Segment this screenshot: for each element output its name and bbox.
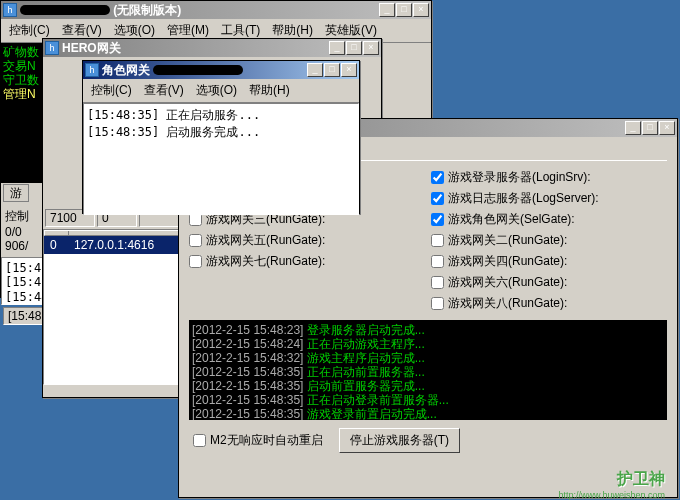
close-button[interactable]: ×	[413, 3, 429, 17]
app-icon: h	[3, 3, 17, 17]
check-login-srv[interactable]	[431, 171, 444, 184]
close-button[interactable]: ×	[341, 63, 357, 77]
watermark-url: http://www.huweishen.com	[558, 490, 665, 500]
role-gate-window[interactable]: h 角色网关 _ □ × 控制(C) 查看(V) 选项(O) 帮助(H) [15…	[82, 60, 360, 214]
minimize-button[interactable]: _	[307, 63, 323, 77]
menu-view[interactable]: 查看(V)	[138, 80, 190, 101]
close-button[interactable]: ×	[659, 121, 675, 135]
menu-control[interactable]: 控制(C)	[85, 80, 138, 101]
menu-options[interactable]: 选项(O)	[190, 80, 243, 101]
check-log-server[interactable]	[431, 192, 444, 205]
menubar: 控制(C) 查看(V) 选项(O) 帮助(H)	[83, 79, 359, 103]
titlebar[interactable]: h (无限制版本) _ □ ×	[1, 1, 431, 19]
check-rungate6[interactable]	[431, 276, 444, 289]
menu-help[interactable]: 帮助(H)	[243, 80, 296, 101]
window-title: 角色网关	[102, 62, 307, 79]
check-rungate4[interactable]	[431, 255, 444, 268]
titlebar[interactable]: h 角色网关 _ □ ×	[83, 61, 359, 79]
tab-game[interactable]: 游	[3, 184, 29, 202]
maximize-button[interactable]: □	[346, 41, 362, 55]
stop-server-button[interactable]: 停止游戏服务器(T)	[339, 428, 460, 453]
watermark-logo: 护卫神	[617, 469, 665, 490]
app-icon: h	[45, 41, 59, 55]
maximize-button[interactable]: □	[642, 121, 658, 135]
maximize-button[interactable]: □	[396, 3, 412, 17]
window-title: HERO网关	[62, 40, 329, 57]
minimize-button[interactable]: _	[329, 41, 345, 55]
minimize-button[interactable]: _	[625, 121, 641, 135]
minimize-button[interactable]: _	[379, 3, 395, 17]
check-rungate8[interactable]	[431, 297, 444, 310]
close-button[interactable]: ×	[363, 41, 379, 55]
log-area: [15:48:35] 正在启动服务... [15:48:35] 启动服务完成..…	[83, 103, 359, 215]
check-rungate7[interactable]	[189, 255, 202, 268]
startup-console: [2012-2-15 15:48:23] 登录服务器启动完成... [2012-…	[189, 320, 667, 420]
check-m2-restart[interactable]	[193, 434, 206, 447]
check-rungate2[interactable]	[431, 234, 444, 247]
window-title: (无限制版本)	[20, 2, 379, 19]
sidebar-stats: 矿物数 交易N 守卫数 管理N	[1, 43, 43, 183]
maximize-button[interactable]: □	[324, 63, 340, 77]
check-rungate5[interactable]	[189, 234, 202, 247]
check-sel-gate[interactable]	[431, 213, 444, 226]
titlebar[interactable]: h HERO网关 _ □ ×	[43, 39, 381, 57]
app-icon: h	[85, 63, 99, 77]
